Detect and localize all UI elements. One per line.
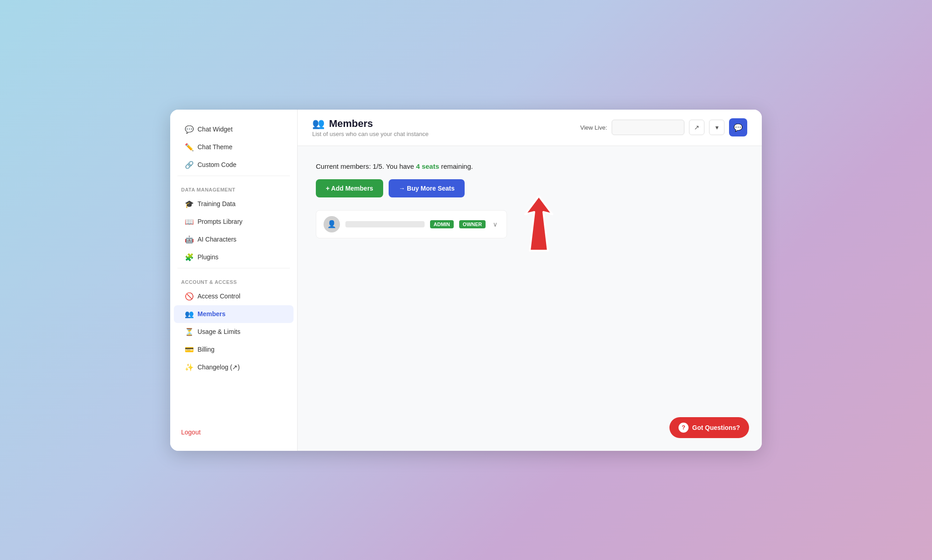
data-management-section: Data Management	[170, 180, 297, 195]
sidebar-item-label: Chat Theme	[198, 143, 233, 151]
changelog-icon: ✨	[185, 363, 194, 372]
member-row: 👤 ADMIN OWNER ∨	[316, 210, 507, 238]
view-live-label: View Live:	[580, 124, 607, 131]
usage-limits-icon: ⏳	[185, 328, 194, 336]
sidebar-item-members[interactable]: 👥 Members	[174, 305, 294, 323]
members-info: Current members: 1/5. You have 4 seats r…	[316, 162, 744, 170]
expand-icon[interactable]: ∨	[491, 219, 499, 230]
page-header-left: 👥 Members List of users who can use your…	[312, 118, 429, 137]
plugins-icon: 🧩	[185, 253, 194, 262]
account-section: Account & Access	[170, 272, 297, 288]
sidebar-divider-2	[177, 268, 290, 268]
external-link-button[interactable]: ↗	[689, 120, 704, 135]
sidebar-item-label: Prompts Library	[198, 218, 243, 225]
sidebar-item-label: Changelog (↗)	[198, 363, 240, 371]
sidebar-item-access-control[interactable]: 🚫 Access Control	[174, 288, 294, 305]
add-members-button[interactable]: + Add Members	[316, 179, 383, 197]
page-subtitle: List of users who can use your chat inst…	[312, 131, 429, 137]
got-questions-button[interactable]: ? Got Questions?	[669, 417, 749, 438]
sidebar-item-training-data[interactable]: 🎓 Training Data	[174, 195, 294, 213]
sidebar-item-plugins[interactable]: 🧩 Plugins	[174, 248, 294, 266]
sidebar-item-chat-theme[interactable]: ✏️ Chat Theme	[174, 138, 294, 156]
sidebar-item-label: Chat Widget	[198, 126, 233, 133]
member-avatar: 👤	[324, 216, 340, 232]
page-body: Current members: 1/5. You have 4 seats r…	[298, 146, 762, 451]
sidebar-item-label: Usage & Limits	[198, 328, 240, 335]
access-control-icon: 🚫	[185, 292, 194, 301]
chat-theme-icon: ✏️	[185, 143, 194, 151]
arrow-svg	[493, 187, 584, 260]
sidebar-item-label: Members	[198, 310, 225, 318]
sidebar-divider	[177, 176, 290, 176]
owner-badge: OWNER	[459, 220, 486, 228]
sidebar-item-label: Training Data	[198, 200, 236, 207]
chat-action-button[interactable]: 💬	[729, 118, 747, 136]
ai-characters-icon: 🤖	[185, 235, 194, 244]
logout-button[interactable]: Logout	[181, 429, 201, 436]
page-title-row: 👥 Members	[312, 118, 429, 130]
chat-icon: 💬	[734, 123, 743, 132]
sidebar: 💬 Chat Widget ✏️ Chat Theme 🔗 Custom Cod…	[170, 110, 298, 451]
dropdown-button[interactable]: ▾	[709, 120, 724, 135]
chevron-down-icon: ▾	[715, 124, 719, 131]
question-circle: ?	[679, 423, 689, 433]
members-title-icon: 👥	[312, 118, 324, 130]
page-header: 👥 Members List of users who can use your…	[298, 110, 762, 146]
chat-widget-icon: 💬	[185, 125, 194, 134]
buy-more-seats-button[interactable]: → Buy More Seats	[389, 179, 465, 197]
admin-badge: ADMIN	[430, 220, 454, 228]
sidebar-item-changelog[interactable]: ✨ Changelog (↗)	[174, 358, 294, 376]
sidebar-item-usage-limits[interactable]: ⏳ Usage & Limits	[174, 323, 294, 341]
seats-count: 4 seats	[416, 162, 439, 170]
sidebar-item-label: Billing	[198, 346, 214, 353]
header-controls: View Live: ↗ ▾ 💬	[580, 118, 747, 136]
sidebar-item-chat-widget[interactable]: 💬 Chat Widget	[174, 121, 294, 138]
sidebar-item-prompts-library[interactable]: 📖 Prompts Library	[174, 213, 294, 231]
sidebar-item-billing[interactable]: 💳 Billing	[174, 341, 294, 358]
arrow-annotation	[493, 187, 584, 262]
got-questions-label: Got Questions?	[692, 424, 740, 431]
member-name-blurred	[345, 221, 425, 227]
sidebar-item-label: AI Characters	[198, 236, 237, 243]
app-container: 💬 Chat Widget ✏️ Chat Theme 🔗 Custom Cod…	[170, 110, 762, 451]
prompts-library-icon: 📖	[185, 217, 194, 226]
sidebar-logout-section: Logout	[170, 421, 297, 440]
view-live-input[interactable]	[612, 120, 684, 135]
question-mark: ?	[682, 424, 685, 431]
sidebar-item-ai-characters[interactable]: 🤖 AI Characters	[174, 231, 294, 248]
avatar-icon: 👤	[327, 220, 336, 228]
training-data-icon: 🎓	[185, 200, 194, 208]
main-content: 👥 Members List of users who can use your…	[298, 110, 762, 451]
sidebar-item-label: Plugins	[198, 253, 218, 261]
sidebar-item-label: Custom Code	[198, 161, 237, 168]
billing-icon: 💳	[185, 345, 194, 354]
page-title: Members	[329, 118, 373, 130]
custom-code-icon: 🔗	[185, 161, 194, 169]
sidebar-item-custom-code[interactable]: 🔗 Custom Code	[174, 156, 294, 174]
sidebar-item-label: Access Control	[198, 293, 240, 300]
members-text-prefix: Current members: 1/5. You have	[316, 162, 416, 170]
action-buttons: + Add Members → Buy More Seats	[316, 179, 744, 197]
svg-marker-0	[525, 196, 552, 251]
external-link-icon: ↗	[694, 124, 699, 131]
members-text-suffix: remaining.	[439, 162, 473, 170]
members-icon: 👥	[185, 310, 194, 318]
